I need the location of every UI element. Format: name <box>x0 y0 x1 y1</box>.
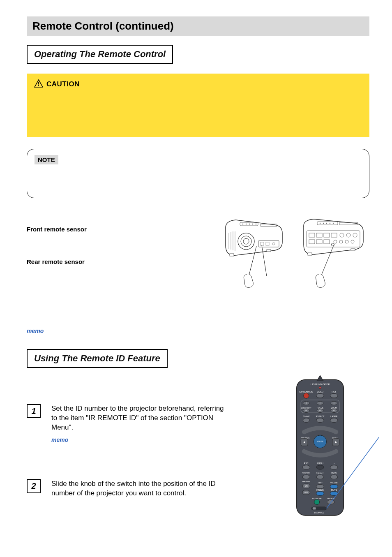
svg-rect-40 <box>316 240 322 244</box>
page-title-bar: Remote Control (continued) <box>27 16 369 36</box>
svg-point-4 <box>246 224 247 224</box>
volume-button[interactable] <box>330 484 338 488</box>
rear-sensor-label: Rear remote sensor <box>27 258 209 265</box>
svg-text:MAGNIFY: MAGNIFY <box>302 481 310 483</box>
svg-rect-89 <box>313 507 316 509</box>
svg-text:OFF: OFF <box>304 492 308 494</box>
remote-laser-indicator-label: LASER INDICATOR <box>311 383 330 386</box>
standby-button[interactable] <box>304 393 309 398</box>
svg-rect-21 <box>267 250 271 252</box>
svg-text:LASER: LASER <box>330 415 337 418</box>
svg-rect-46 <box>308 253 312 255</box>
svg-text:ID CHANGE: ID CHANGE <box>314 512 324 514</box>
menu-button[interactable] <box>316 465 324 469</box>
svg-text:AUTO: AUTO <box>331 471 337 474</box>
freeze-button[interactable] <box>316 491 324 495</box>
front-sensor-label: Front remote sensor <box>27 226 209 233</box>
svg-rect-20 <box>230 254 234 256</box>
svg-text:VOLUME: VOLUME <box>330 482 338 484</box>
svg-text:−: − <box>319 409 321 412</box>
svg-point-15 <box>243 238 249 244</box>
svg-point-28 <box>330 223 330 224</box>
svg-text:RGB: RGB <box>332 391 337 393</box>
blank-button[interactable] <box>303 418 309 422</box>
svg-point-43 <box>339 240 343 243</box>
svg-text:►: ► <box>334 440 338 444</box>
auto-button[interactable] <box>330 475 338 479</box>
projector-rear-figure <box>297 217 369 299</box>
step-1-memo: memo <box>51 437 228 443</box>
svg-text:+: + <box>305 402 307 404</box>
projector-front-figure <box>217 217 289 299</box>
svg-rect-39 <box>309 240 315 244</box>
position-button[interactable] <box>302 475 310 479</box>
aspect-button[interactable] <box>316 418 324 422</box>
video-button[interactable] <box>316 393 324 398</box>
caution-label: CAUTION <box>46 80 80 88</box>
step-2-text: Slide the knob of the switch into the po… <box>51 479 228 498</box>
section-operating-title: Operating The Remote Control <box>27 45 173 64</box>
caution-box: CAUTION <box>27 74 369 137</box>
svg-point-44 <box>345 240 348 243</box>
step-1-text: Set the ID number to the projector befor… <box>51 404 228 432</box>
svg-point-36 <box>340 233 344 237</box>
svg-text:▭: ▭ <box>333 462 335 465</box>
svg-text:FREEZE: FREEZE <box>316 489 323 491</box>
section-operating-text: Operating The Remote Control <box>34 49 166 59</box>
section-remote-id-title: Using The Remote ID Feature <box>27 349 168 368</box>
pinp-button[interactable] <box>316 484 324 488</box>
section-remote-id-text: Using The Remote ID Feature <box>34 353 160 363</box>
svg-text:STANDBY/ON: STANDBY/ON <box>300 391 314 393</box>
svg-text:VIDEO: VIDEO <box>317 391 323 393</box>
svg-rect-35 <box>331 233 337 237</box>
svg-point-37 <box>346 233 350 237</box>
svg-text:KEYSTONE: KEYSTONE <box>312 497 322 499</box>
svg-text:+: + <box>333 402 335 404</box>
right-click-button[interactable] <box>330 465 338 469</box>
svg-text:POSITION: POSITION <box>302 472 310 474</box>
laser-button[interactable] <box>330 418 338 422</box>
svg-marker-51 <box>317 375 323 381</box>
svg-text:MUTE: MUTE <box>331 489 337 491</box>
svg-text:ON: ON <box>305 485 308 487</box>
svg-text:+: + <box>319 402 321 404</box>
svg-rect-47 <box>351 249 355 251</box>
svg-text:MOUSE: MOUSE <box>317 441 324 443</box>
svg-point-29 <box>333 223 334 224</box>
svg-text:◄: ◄ <box>302 440 306 444</box>
svg-point-25 <box>320 223 321 224</box>
esc-button[interactable] <box>302 465 310 469</box>
svg-text:PinP: PinP <box>318 481 323 484</box>
svg-rect-33 <box>316 233 322 237</box>
rgb-button[interactable] <box>330 393 338 398</box>
svg-rect-32 <box>309 233 315 237</box>
svg-rect-16 <box>258 240 279 247</box>
svg-point-52 <box>319 387 321 389</box>
svg-text:−: − <box>333 409 335 412</box>
keystone-button[interactable] <box>314 499 320 505</box>
remote-control-figure: LASER INDICATOR STANDBY/ON VIDEO RGB LEN… <box>293 378 347 518</box>
svg-text:RESET: RESET <box>316 471 324 474</box>
svg-point-38 <box>353 233 357 237</box>
svg-text:ASPECT: ASPECT <box>316 415 325 418</box>
svg-rect-41 <box>324 240 330 244</box>
search-button[interactable] <box>327 500 334 504</box>
warning-triangle-icon <box>34 79 43 89</box>
svg-point-1 <box>38 85 39 86</box>
svg-point-7 <box>256 224 256 224</box>
step-1-number: 1 <box>27 404 41 418</box>
svg-point-27 <box>326 223 327 224</box>
svg-rect-34 <box>324 233 330 237</box>
svg-point-3 <box>242 224 243 224</box>
note-label: NOTE <box>35 155 58 164</box>
step-2-number: 2 <box>27 479 41 493</box>
svg-point-6 <box>252 224 253 224</box>
svg-point-42 <box>334 240 337 243</box>
svg-text:MENU: MENU <box>317 462 323 465</box>
svg-text:ESC: ESC <box>304 462 309 465</box>
svg-point-45 <box>351 240 354 243</box>
memo-label-1: memo <box>27 328 369 334</box>
svg-text:BLANK: BLANK <box>303 415 310 418</box>
page-title-text: Remote Control (continued) <box>32 20 174 32</box>
reset-button[interactable] <box>316 475 324 479</box>
